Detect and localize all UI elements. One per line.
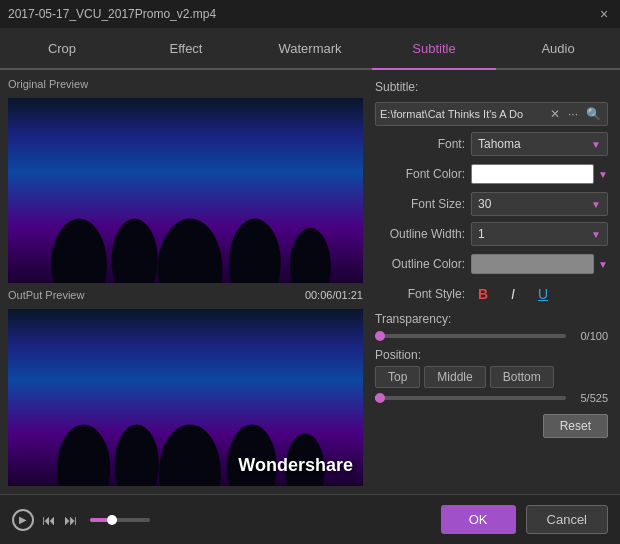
next-frame-button[interactable]: ⏭ — [64, 512, 78, 528]
position-label: Position: — [375, 348, 608, 362]
bottom-bar: ▶ ⏮ ⏭ OK Cancel — [0, 494, 620, 544]
transparency-track[interactable] — [375, 334, 566, 338]
font-size-label: Font Size: — [375, 197, 465, 211]
main-content: Original Preview OutPut Preview 00:06/01… — [0, 70, 620, 494]
subtitle-section-label: Subtitle: — [375, 80, 608, 94]
italic-button[interactable]: I — [501, 282, 525, 306]
original-preview-label: Original Preview — [8, 78, 363, 90]
preview-timestamp: 00:06/01:21 — [305, 289, 363, 301]
font-size-dropdown[interactable]: 30 ▼ — [471, 192, 608, 216]
progress-track[interactable] — [90, 518, 150, 522]
font-color-swatch[interactable] — [471, 164, 594, 184]
position-bottom-button[interactable]: Bottom — [490, 366, 554, 388]
position-top-button[interactable]: Top — [375, 366, 420, 388]
font-value: Tahoma — [478, 137, 521, 151]
position-buttons: Top Middle Bottom — [375, 366, 608, 388]
window-title: 2017-05-17_VCU_2017Promo_v2.mp4 — [8, 7, 216, 21]
font-color-label: Font Color: — [375, 167, 465, 181]
play-button[interactable]: ▶ — [12, 509, 34, 531]
action-buttons: OK Cancel — [441, 505, 608, 534]
reset-button[interactable]: Reset — [543, 414, 608, 438]
position-section: Position: Top Middle Bottom 5/525 — [375, 348, 608, 404]
clear-subtitle-icon[interactable]: ✕ — [548, 106, 562, 122]
search-subtitle-icon[interactable]: 🔍 — [584, 106, 603, 122]
prev-frame-button[interactable]: ⏮ — [42, 512, 56, 528]
font-dropdown[interactable]: Tahoma ▼ — [471, 132, 608, 156]
tab-audio[interactable]: Audio — [496, 28, 620, 70]
font-dropdown-arrow: ▼ — [591, 139, 601, 150]
font-size-arrow: ▼ — [591, 199, 601, 210]
watermark-overlay: Wondershare — [238, 455, 353, 476]
outline-width-row: Outline Width: 1 ▼ — [375, 222, 608, 246]
left-panel: Original Preview OutPut Preview 00:06/01… — [8, 78, 363, 486]
subtitle-file-input[interactable]: E:\format\Cat Thinks It's A Do ✕ ··· 🔍 — [375, 102, 608, 126]
position-middle-button[interactable]: Middle — [424, 366, 485, 388]
font-size-value: 30 — [478, 197, 491, 211]
font-style-row: Font Style: B I U — [375, 282, 608, 306]
position-track[interactable] — [375, 396, 566, 400]
playback-controls: ▶ ⏮ ⏭ — [12, 509, 150, 531]
outline-color-swatch[interactable] — [471, 254, 594, 274]
position-slider-row: 5/525 — [375, 392, 608, 404]
underline-button[interactable]: U — [531, 282, 555, 306]
font-color-arrow[interactable]: ▼ — [598, 169, 608, 180]
bold-button[interactable]: B — [471, 282, 495, 306]
right-panel: Subtitle: E:\format\Cat Thinks It's A Do… — [371, 78, 612, 486]
outline-color-arrow[interactable]: ▼ — [598, 259, 608, 270]
transparency-label: Transparency: — [375, 312, 608, 326]
tab-crop[interactable]: Crop — [0, 28, 124, 70]
progress-fill — [90, 518, 108, 522]
original-preview-image — [8, 98, 363, 283]
font-label: Font: — [375, 137, 465, 151]
font-style-label: Font Style: — [375, 287, 465, 301]
outline-color-label: Outline Color: — [375, 257, 465, 271]
outline-width-arrow: ▼ — [591, 229, 601, 240]
position-thumb[interactable] — [375, 393, 385, 403]
tab-watermark[interactable]: Watermark — [248, 28, 372, 70]
progress-bar-container — [90, 518, 150, 522]
tab-subtitle[interactable]: Subtitle — [372, 28, 496, 70]
reset-row: Reset — [375, 414, 608, 438]
tab-effect[interactable]: Effect — [124, 28, 248, 70]
outline-color-row: Outline Color: ▼ — [375, 252, 608, 276]
ok-button[interactable]: OK — [441, 505, 516, 534]
more-subtitle-icon[interactable]: ··· — [566, 106, 580, 122]
output-preview: Wondershare — [8, 309, 363, 486]
outline-width-dropdown[interactable]: 1 ▼ — [471, 222, 608, 246]
transparency-section: Transparency: 0/100 — [375, 312, 608, 342]
cancel-button[interactable]: Cancel — [526, 505, 608, 534]
font-row: Font: Tahoma ▼ — [375, 132, 608, 156]
transparency-thumb[interactable] — [375, 331, 385, 341]
font-style-buttons: B I U — [471, 282, 555, 306]
progress-thumb[interactable] — [107, 515, 117, 525]
tab-bar: Crop Effect Watermark Subtitle Audio — [0, 28, 620, 70]
outline-width-label: Outline Width: — [375, 227, 465, 241]
close-button[interactable]: × — [596, 6, 612, 22]
font-size-row: Font Size: 30 ▼ — [375, 192, 608, 216]
transparency-value: 0/100 — [572, 330, 608, 342]
output-preview-label: OutPut Preview — [8, 289, 84, 301]
outline-width-value: 1 — [478, 227, 485, 241]
font-color-row: Font Color: ▼ — [375, 162, 608, 186]
subtitle-file-icons: ✕ ··· 🔍 — [548, 106, 603, 122]
subtitle-file-path: E:\format\Cat Thinks It's A Do — [380, 108, 548, 120]
position-value: 5/525 — [572, 392, 608, 404]
title-bar: 2017-05-17_VCU_2017Promo_v2.mp4 × — [0, 0, 620, 28]
original-preview — [8, 98, 363, 283]
transparency-slider-row: 0/100 — [375, 330, 608, 342]
